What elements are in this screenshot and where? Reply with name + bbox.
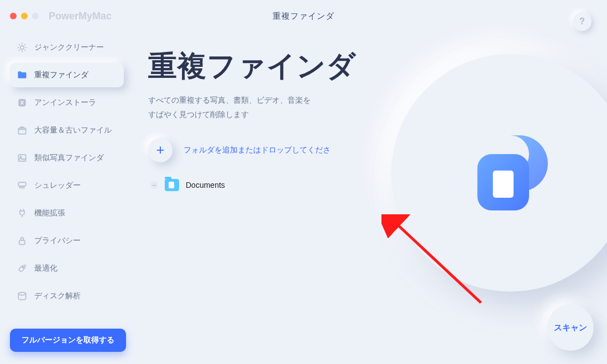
sidebar-item-shredder[interactable]: シュレッダー: [10, 173, 124, 198]
upgrade-label: フルバージョンを取得する: [22, 335, 114, 345]
lock-icon: [17, 235, 28, 246]
image-icon: [17, 152, 28, 163]
help-button[interactable]: ?: [573, 12, 592, 31]
svg-rect-2: [18, 128, 25, 134]
sidebar: ジャンククリーナー 重複ファインダ アンインストーラ 大容量＆古いファイル: [0, 32, 132, 364]
sidebar-item-label: 類似写真ファインダ: [34, 153, 104, 163]
sidebar-item-large-old[interactable]: 大容量＆古いファイル: [10, 118, 124, 143]
app-icon: [17, 97, 28, 108]
rocket-icon: [17, 263, 28, 274]
sidebar-item-extensions[interactable]: 機能拡張: [10, 201, 124, 225]
plus-icon: +: [156, 141, 164, 159]
plug-icon: [17, 208, 28, 219]
shredder-icon: [17, 180, 28, 191]
sidebar-item-label: 大容量＆古いファイル: [34, 125, 112, 135]
titlebar: PowerMyMac 重複ファインダ ?: [0, 0, 607, 32]
sidebar-item-label: 機能拡張: [34, 208, 65, 218]
add-folder-button[interactable]: +: [148, 138, 172, 162]
duplicate-finder-logo-icon: [463, 126, 557, 220]
hero-illustration-circle: [391, 54, 607, 292]
app-window: PowerMyMac 重複ファインダ ? ジャンククリーナー 重複ファインダ: [0, 0, 607, 364]
minimize-window-button[interactable]: [21, 13, 28, 19]
sidebar-item-label: ディスク解析: [34, 291, 81, 301]
svg-rect-6: [19, 240, 25, 245]
minus-icon: –: [153, 182, 156, 188]
svg-rect-3: [18, 155, 25, 161]
folder-name: Documents: [186, 181, 225, 189]
box-icon: [17, 125, 28, 136]
sidebar-item-label: アンインストーラ: [34, 98, 96, 108]
sidebar-item-junk[interactable]: ジャンククリーナー: [10, 35, 124, 60]
svg-point-0: [20, 46, 24, 50]
zoom-window-button[interactable]: [32, 13, 39, 19]
sidebar-item-duplicate[interactable]: 重複ファインダ: [10, 63, 124, 87]
sidebar-item-disk[interactable]: ディスク解析: [10, 284, 124, 308]
sidebar-item-similar[interactable]: 類似写真ファインダ: [10, 146, 124, 170]
add-folder-label: フォルダを追加またはドロップしてくださ: [184, 145, 331, 155]
main-content: 重複ファインダ すべての重複する写真、書類、ビデオ、音楽を すばやく見つけて削除…: [132, 32, 607, 364]
hero-title: 重複ファインダ: [148, 49, 358, 83]
scan-label: スキャン: [554, 323, 587, 333]
folder-icon: [17, 70, 28, 81]
scan-button[interactable]: スキャン: [547, 304, 594, 351]
sidebar-item-label: ジャンククリーナー: [34, 43, 104, 52]
sidebar-item-label: シュレッダー: [34, 181, 81, 191]
remove-folder-button[interactable]: –: [150, 181, 158, 189]
sidebar-item-uninstall[interactable]: アンインストーラ: [10, 91, 124, 115]
folder-icon: [165, 179, 179, 191]
hero-subtitle: すべての重複する写真、書類、ビデオ、音楽を すばやく見つけて削除します: [148, 93, 331, 121]
sidebar-item-label: プライバシー: [34, 236, 81, 246]
sidebar-item-privacy[interactable]: プライバシー: [10, 229, 124, 253]
disk-icon: [17, 291, 28, 302]
svg-rect-5: [18, 182, 25, 186]
sparkle-icon: [17, 42, 28, 53]
svg-point-7: [22, 267, 24, 268]
upgrade-button[interactable]: フルバージョンを取得する: [10, 329, 126, 352]
svg-point-8: [18, 292, 25, 295]
sidebar-item-label: 重複ファインダ: [34, 70, 88, 80]
app-name: PowerMyMac: [49, 10, 112, 22]
help-icon: ?: [579, 17, 585, 27]
window-controls: [10, 13, 39, 19]
sidebar-item-label: 最適化: [34, 263, 57, 273]
close-window-button[interactable]: [10, 13, 17, 19]
page-title: 重複ファインダ: [273, 11, 334, 22]
svg-rect-10: [493, 171, 514, 198]
sidebar-item-optimize[interactable]: 最適化: [10, 256, 124, 281]
